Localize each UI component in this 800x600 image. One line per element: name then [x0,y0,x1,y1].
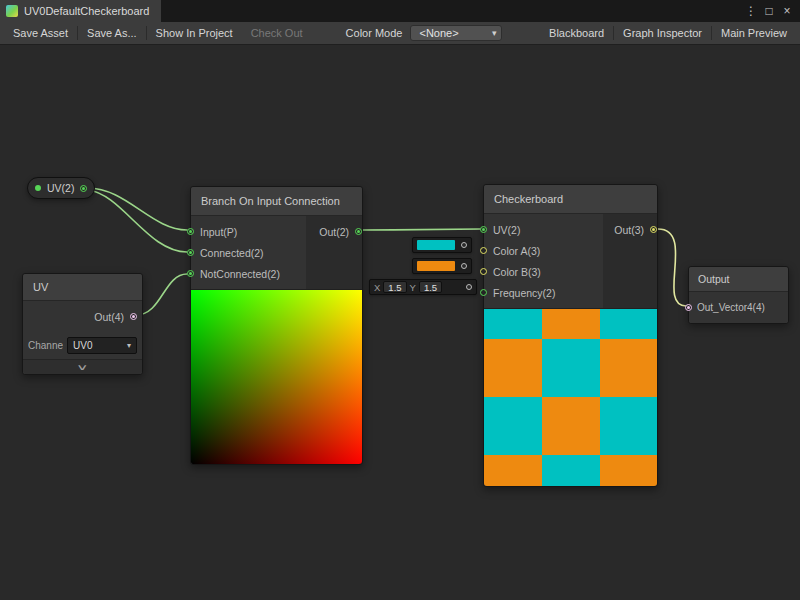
input-p-label: Input(P) [200,226,237,238]
color-a-label: Color A(3) [493,245,540,257]
frequency-port[interactable] [480,289,487,296]
port-row-notconnected: NotConnected(2) [191,263,306,284]
color-a-widget[interactable] [412,237,472,253]
frequency-x-field[interactable]: 1.5 [383,281,406,293]
save-as-button[interactable]: Save As... [78,22,146,44]
graph-canvas[interactable]: UV(2) UV Out(4) Channe UV0 ▾ ∨ [0,45,800,600]
check-out-button: Check Out [242,22,312,44]
maximize-icon[interactable]: □ [760,4,778,18]
show-in-project-button[interactable]: Show In Project [147,22,242,44]
branch-node-body: Input(P) Connected(2) NotConnected(2) Ou… [191,216,362,289]
chevron-down-icon: ∨ [76,363,89,372]
color-b-port[interactable] [480,268,487,275]
blackboard-toggle-button[interactable]: Blackboard [540,22,613,44]
channel-value: UV0 [73,340,92,351]
save-asset-button[interactable]: Save Asset [4,22,77,44]
port-row-out-vector4: Out_Vector4(4) [689,292,788,323]
color-mode-dropdown[interactable]: <None> ▾ [410,25,502,41]
branch-input-ports: Input(P) Connected(2) NotConnected(2) [191,216,306,289]
checkerboard-output-ports: Out(3) [603,214,657,308]
uv-out-port-label: Out(4) [94,311,124,323]
branch-node-title: Branch On Input Connection [201,195,340,207]
port-row-connected: Connected(2) [191,242,306,263]
uv-property-out-port[interactable] [80,185,87,192]
checkerboard-uv-port[interactable] [480,226,487,233]
edge-checkerboard-to-output[interactable] [658,229,686,306]
window-controls: ⋮ □ × [742,0,800,22]
port-row-color-b: Color B(3) [484,261,603,282]
branch-out-label: Out(2) [319,226,349,238]
branch-node-header[interactable]: Branch On Input Connection [191,187,362,216]
main-preview-toggle-button[interactable]: Main Preview [712,22,796,44]
uv-node[interactable]: UV Out(4) Channe UV0 ▾ ∨ [22,273,143,375]
port-row-out: Out(3) [603,219,657,240]
property-dot-icon [35,185,41,191]
close-icon[interactable]: × [778,4,796,18]
branch-node-preview [191,289,362,464]
edge-uvprop-to-connected[interactable] [88,190,187,252]
checkerboard-input-ports: UV(2) Color A(3) Color B(3) Frequency(2) [484,214,603,308]
checkerboard-node[interactable]: Checkerboard UV(2) Color A(3) Color B(3) [483,184,658,487]
edge-uvprop-to-input[interactable] [88,188,187,230]
notconnected-label: NotConnected(2) [200,268,280,280]
checkerboard-node-title: Checkerboard [494,193,563,205]
port-row-out: Out(2) [306,221,362,242]
out-vector4-label: Out_Vector4(4) [697,302,765,313]
color-b-label: Color B(3) [493,266,541,278]
branch-output-ports: Out(2) [306,216,362,289]
uv-out-row: Out(4) [23,301,142,332]
tab-bar: UV0DefaultCheckerboard ⋮ □ × [0,0,800,22]
uv-node-header[interactable]: UV [23,274,142,301]
out-vector4-port[interactable] [685,304,692,311]
frequency-y-field[interactable]: 1.5 [419,281,442,293]
checkerboard-out-label: Out(3) [614,224,644,236]
uv-channel-row: Channe UV0 ▾ [23,332,142,359]
checkerboard-node-header[interactable]: Checkerboard [484,185,657,214]
checkerboard-uv-label: UV(2) [493,224,520,236]
branch-out-port[interactable] [355,228,362,235]
uv-node-title: UV [33,281,48,293]
output-node-header[interactable]: Output [689,267,788,292]
channel-dropdown[interactable]: UV0 ▾ [67,337,137,354]
widget-connector-dot [461,263,467,269]
color-b-swatch[interactable] [417,261,455,271]
notconnected-port[interactable] [187,270,194,277]
edge-uvnode-to-notconnected[interactable] [136,274,187,315]
color-b-widget[interactable] [412,258,472,274]
shader-graph-window: UV0DefaultCheckerboard ⋮ □ × Save Asset … [0,0,800,600]
toolbar-right-group: Blackboard Graph Inspector Main Preview [540,22,796,44]
port-row-uv: UV(2) [484,219,603,240]
branch-on-input-connection-node[interactable]: Branch On Input Connection Input(P) Conn… [190,186,363,465]
output-node-title: Output [698,273,730,285]
color-mode-label: Color Mode [338,27,411,39]
color-mode-value: <None> [419,27,458,39]
channel-label: Channe [28,340,63,351]
color-a-swatch[interactable] [417,240,455,250]
chevron-down-icon: ▾ [492,28,497,38]
frequency-y-label: Y [410,282,416,293]
graph-inspector-toggle-button[interactable]: Graph Inspector [614,22,711,44]
connected-port[interactable] [187,249,194,256]
frequency-widget[interactable]: X 1.5 Y 1.5 [369,279,477,295]
uv-out-port[interactable] [130,313,137,320]
checkerboard-out-port[interactable] [650,226,657,233]
output-node[interactable]: Output Out_Vector4(4) [688,266,789,324]
checkerboard-node-body: UV(2) Color A(3) Color B(3) Frequency(2) [484,214,657,308]
port-row-frequency: Frequency(2) [484,282,603,303]
frequency-label: Frequency(2) [493,287,555,299]
frequency-x-label: X [374,282,380,293]
edge-branch-to-checkerboard[interactable] [363,229,481,230]
checkerboard-preview [484,308,657,486]
uv-property-label: UV(2) [47,182,74,194]
port-row-color-a: Color A(3) [484,240,603,261]
uv-property-pill-node[interactable]: UV(2) [27,177,95,199]
collapse-preview-button[interactable]: ∨ [23,359,142,374]
port-row-input: Input(P) [191,221,306,242]
tab-uv0defaultcheckerboard[interactable]: UV0DefaultCheckerboard [0,0,161,22]
connected-label: Connected(2) [200,247,264,259]
input-p-port[interactable] [187,228,194,235]
widget-connector-dot [466,284,472,290]
menu-icon[interactable]: ⋮ [742,4,760,18]
color-a-port[interactable] [480,247,487,254]
shader-graph-asset-icon [6,5,18,17]
